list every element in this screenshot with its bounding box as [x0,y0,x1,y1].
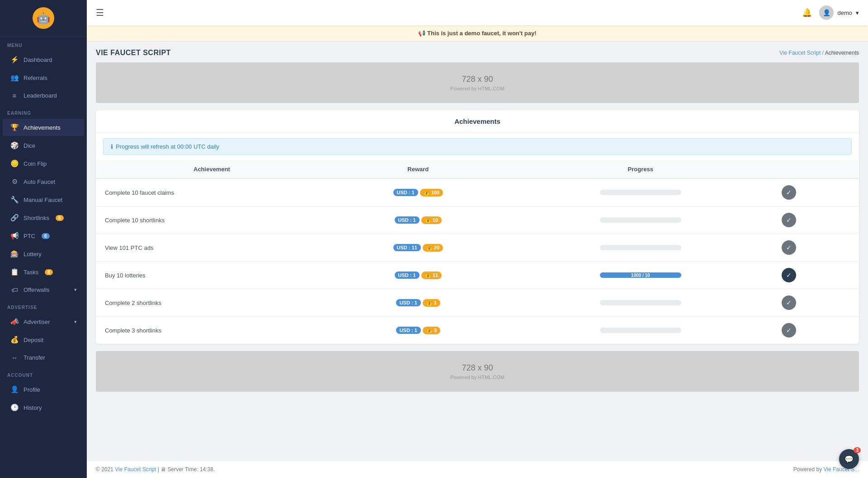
sidebar-item-profile[interactable]: 👤Profile [3,381,84,398]
table-row: Complete 3 shortlinks USD : 1 💰 3 ✓ [96,317,859,344]
avatar: 👤 [819,5,834,20]
topbar-left: ☰ [96,7,104,18]
sidebar-item-advertiser[interactable]: 📣Advertiser▾ [3,313,84,330]
progress-bar-bg [600,245,681,250]
sidebar-item-referrals[interactable]: 👥Referrals [3,69,84,86]
sidebar-item-history[interactable]: 🕑History [3,399,84,416]
col-achievement: Achievement [96,160,328,178]
sidebar-item-achievements[interactable]: 🏆Achievements [3,119,84,136]
progress-cell [509,206,773,234]
progress-bar-bg [600,300,681,305]
sidebar-item-label: Lottery [24,251,42,258]
sidebar-item-label: PTC [24,233,35,239]
referrals-icon: 👥 [10,74,19,82]
offerwalls-icon: 🏷 [10,286,19,294]
progress-bar-bg [600,190,681,195]
claim-button[interactable]: ✓ [782,268,796,282]
sidebar-item-label: Achievements [24,124,61,131]
transfer-icon: ↔ [10,354,19,361]
progress-cell [509,178,773,206]
col-action [773,160,859,178]
sidebar-section-label: ACCOUNT [0,366,87,380]
sidebar-item-tasks[interactable]: 📋Tasks8 [3,263,84,281]
progress-cell: 1000 / 10 [509,262,773,289]
sidebar-item-leaderboard[interactable]: ≡Leaderboard [3,87,84,104]
claim-button[interactable]: ✓ [782,323,796,337]
progress-bar-bg [600,217,681,223]
reward-usd-pill: USD : 1 [396,299,421,306]
reward-cell: USD : 11 💰 20 [328,234,509,262]
dashboard-icon: ⚡ [10,56,19,64]
sidebar-item-ptc[interactable]: 📢PTC6 [3,227,84,244]
ptc-badge: 6 [42,233,50,239]
sidebar-item-autofaucet[interactable]: ⚙Auto Faucet [3,173,84,190]
logo-icon: 🤖 [33,7,54,29]
reward-token-pill: 💰 20 [423,244,443,252]
tasks-icon: 📋 [10,268,19,276]
sidebar-item-label: Tasks [24,269,38,276]
sidebar-item-transfer[interactable]: ↔Transfer [3,349,84,366]
chat-fab[interactable]: 💬 3 [839,449,859,469]
sidebar-section-label: MENU [0,37,87,51]
progress-cell [509,317,773,344]
autofaucet-icon: ⚙ [10,178,19,186]
claim-cell: ✓ [773,206,859,234]
sidebar: 🤖 MENU⚡Dashboard👥Referrals≡LeaderboardEA… [0,0,87,478]
footer-copyright: © 2021 [96,466,113,473]
achievements-icon: 🏆 [10,123,19,131]
notification-icon[interactable]: 🔔 [802,8,812,18]
reward-usd-pill: USD : 11 [393,244,421,251]
sidebar-item-manualfaucet[interactable]: 🔧Manual Faucet [3,191,84,208]
offerwalls-arrow-icon: ▾ [74,287,77,293]
reward-cell: USD : 1 💰 10 [328,206,509,234]
sidebar-item-label: History [24,404,42,411]
chat-icon: 💬 [844,455,854,464]
reward-token-pill: 💰 3 [423,327,440,334]
sidebar-item-dice[interactable]: 🎲Dice [3,137,84,154]
ad-size-label-bottom: 728 x 90 [462,363,493,373]
achievements-table: Achievement Reward Progress Complete 10 … [96,160,859,344]
progress-bar-bg [600,328,681,333]
sidebar-item-coinflip[interactable]: 🪙Coin Flip [3,155,84,172]
sidebar-item-offerwalls[interactable]: 🏷Offerwalls▾ [3,281,84,298]
sidebar-item-label: Deposit [24,337,43,343]
claim-button[interactable]: ✓ [782,295,796,310]
footer-left: © 2021 Vie Faucet Script | 🖥 Server Time… [96,466,215,473]
claim-button[interactable]: ✓ [782,185,796,200]
demo-banner-text: This is just a demo faucet, it won't pay… [427,30,536,37]
info-icon: ℹ [111,143,113,150]
breadcrumb-separator: / [822,50,824,56]
coinflip-icon: 🪙 [10,159,19,168]
reward-usd-pill: USD : 1 [395,216,420,224]
breadcrumb-home[interactable]: Vie Faucet Script [779,50,821,56]
user-menu[interactable]: 👤 demo ▾ [819,5,859,20]
topbar: ☰ 🔔 👤 demo ▾ [87,0,868,25]
sidebar-item-label: Coin Flip [24,160,47,167]
sidebar-item-dashboard[interactable]: ⚡Dashboard [3,51,84,68]
sidebar-item-shortlinks[interactable]: 🔗Shortlinks6 [3,209,84,226]
footer-server-label: Server Time: [168,466,198,473]
claim-cell: ✓ [773,234,859,262]
claim-button[interactable]: ✓ [782,240,796,255]
reward-cell: USD : 1 💰 100 [328,178,509,206]
claim-cell: ✓ [773,317,859,344]
topbar-right: 🔔 👤 demo ▾ [802,5,859,20]
claim-cell: ✓ [773,289,859,317]
shortlinks-badge: 6 [56,215,64,221]
achievements-rows: Complete 10 faucet claims USD : 1 💰 100 … [96,178,859,344]
breadcrumb-current: Achievements [825,50,859,56]
sidebar-item-lottery[interactable]: 🎰Lottery [3,245,84,262]
progress-bar-full: 1000 / 10 [600,272,681,278]
reward-token-pill: 💰 100 [420,189,443,197]
reward-cell: USD : 1 💰 1 [328,289,509,317]
reward-token-pill: 💰 10 [421,216,442,224]
advertiser-icon: 📣 [10,318,19,326]
sidebar-item-deposit[interactable]: 💰Deposit [3,331,84,348]
footer-site-link[interactable]: Vie Faucet Script [115,466,156,473]
hamburger-button[interactable]: ☰ [96,7,104,18]
claim-button[interactable]: ✓ [782,213,796,227]
breadcrumb: Vie Faucet Script / Achievements [779,50,859,56]
footer-server-time: 14:38. [200,466,215,473]
sidebar-section-label: ADVERTISE [0,299,87,313]
lottery-icon: 🎰 [10,250,19,258]
